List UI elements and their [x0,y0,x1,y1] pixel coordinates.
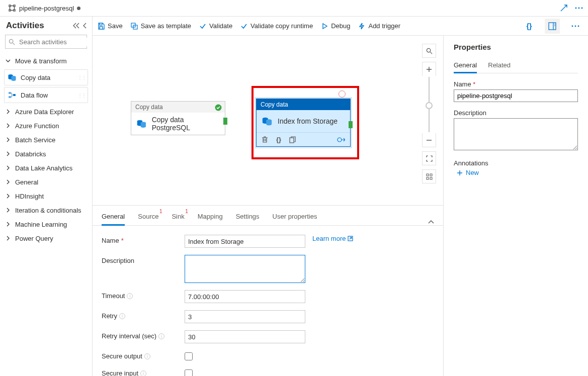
cat-data-lake[interactable]: Data Lake Analytics [0,161,92,175]
info-icon[interactable]: i [127,293,133,299]
save-template-button[interactable]: Save as template [131,22,191,30]
node-copy-postgresql[interactable]: Copy data Copy data PostgreSQL [131,101,225,135]
cat-move-transform[interactable]: Move & transform [0,54,92,68]
pipeline-description-input[interactable] [454,118,578,150]
cat-azure-data-explorer[interactable]: Azure Data Explorer [0,105,92,119]
activity-description-input[interactable] [185,255,305,283]
properties-toggle-icon[interactable] [545,19,560,34]
svg-point-26 [427,48,430,52]
retry-input[interactable] [185,310,305,323]
tab-user-props[interactable]: User properties [273,209,317,225]
zoom-in-icon[interactable] [422,62,436,76]
pipeline-canvas[interactable]: Copy data Copy data PostgreSQL [93,36,443,205]
expand-icon[interactable] [560,4,568,12]
debug-button[interactable]: Debug [321,22,350,30]
activity-data-flow[interactable]: Data flow ⋮⋮ [4,87,88,103]
save-button[interactable]: Save [98,22,123,30]
error-badge: 1 [185,209,188,214]
field-label-retry-int: Retry interval (sec) [102,332,156,340]
tab-general[interactable]: General [102,209,125,225]
svg-rect-29 [430,174,432,176]
canvas-tools [422,44,436,183]
canvas-search-icon[interactable] [422,44,436,58]
layout-icon[interactable] [422,169,436,183]
field-label-secure-in: Secure input [102,369,138,376]
svg-line-4 [13,43,15,45]
chevron-left-icon[interactable] [83,23,87,29]
file-tab-pipeline[interactable]: pipeline-postgresql [4,0,85,16]
center-area: Save Save as template Validate Validate … [92,16,588,376]
cat-power-query[interactable]: Power Query [0,231,92,245]
clone-icon[interactable] [289,136,296,143]
tab-source[interactable]: Source1 [138,209,158,225]
file-tab-label: pipeline-postgresql [19,5,74,12]
new-annotation-button[interactable]: New [454,169,578,176]
svg-point-1 [578,8,580,9]
file-tab-bar: pipeline-postgresql [0,0,588,16]
properties-panel: Properties General Related Name * Descri… [443,36,588,376]
tab-mapping[interactable]: Mapping [198,209,223,225]
timeout-input[interactable] [185,290,305,303]
svg-point-17 [575,25,576,27]
node-index-from-storage[interactable]: Copy data Index from Storage {} [256,99,351,147]
cat-databricks[interactable]: Databricks [0,147,92,161]
status-warn-icon [339,90,346,98]
cat-azure-function[interactable]: Azure Function [0,119,92,133]
grip-icon: ⋮⋮ [77,92,86,98]
chevron-right-icon [5,193,11,199]
prop-tab-general[interactable]: General [454,59,477,73]
activities-search[interactable] [5,35,87,49]
info-icon[interactable]: i [119,313,125,319]
zoom-slider[interactable] [429,77,430,132]
svg-rect-12 [549,23,556,30]
fit-icon[interactable] [422,151,436,165]
info-icon[interactable]: i [158,333,164,339]
run-icon[interactable] [337,136,345,143]
activity-copy-data[interactable]: Copy data ⋮⋮ [4,69,88,85]
zoom-out-icon[interactable] [422,133,436,147]
node-type-label: Copy data [257,99,350,110]
node-type-label: Copy data [131,102,225,113]
error-badge: 1 [159,209,162,214]
cat-batch-service[interactable]: Batch Service [0,133,92,147]
add-trigger-button[interactable]: Add trigger [358,22,400,30]
code-icon[interactable]: {} [276,136,281,143]
prop-tab-related[interactable]: Related [488,59,511,73]
zoom-slider-knob[interactable] [426,102,433,109]
svg-point-3 [9,39,13,43]
details-expand-icon[interactable] [428,219,434,225]
activities-sidebar: Activities Move & transform [0,16,92,376]
properties-title: Properties [454,43,578,51]
double-chevron-left-icon[interactable] [73,23,80,29]
info-icon[interactable]: i [140,370,146,377]
tab-sink[interactable]: Sink1 [172,209,184,225]
cat-iteration[interactable]: Iteration & conditionals [0,203,92,217]
cat-hdinsight[interactable]: HDInsight [0,189,92,203]
json-view-icon[interactable]: {} [522,19,537,34]
svg-rect-28 [427,174,429,176]
output-port[interactable] [349,121,353,128]
svg-point-16 [572,25,573,27]
pipeline-name-input[interactable] [454,89,578,102]
validate-button[interactable]: Validate [199,22,232,30]
output-port[interactable] [223,118,227,125]
delete-icon[interactable] [262,136,268,143]
cat-ml[interactable]: Machine Learning [0,217,92,231]
retry-interval-input[interactable] [185,330,305,343]
chevron-right-icon [5,235,11,241]
secure-output-checkbox[interactable] [185,352,193,360]
cat-general[interactable]: General [0,175,92,189]
more-icon[interactable] [575,4,583,12]
secure-input-checkbox[interactable] [185,369,193,376]
validate-runtime-button[interactable]: Validate copy runtime [240,22,313,30]
activities-title: Activities [6,21,44,31]
tab-settings[interactable]: Settings [236,209,260,225]
info-icon[interactable]: i [144,353,150,359]
activity-details: General Source1 Sink1 Mapping Settings U… [93,205,443,376]
details-tabs: General Source1 Sink1 Mapping Settings U… [93,206,443,226]
activity-name-input[interactable] [185,235,305,248]
prop-name-label: Name [454,80,471,88]
toolbar-more-icon[interactable] [568,19,583,34]
learn-more-link[interactable]: Learn more [312,235,353,242]
svg-rect-9 [13,94,16,96]
